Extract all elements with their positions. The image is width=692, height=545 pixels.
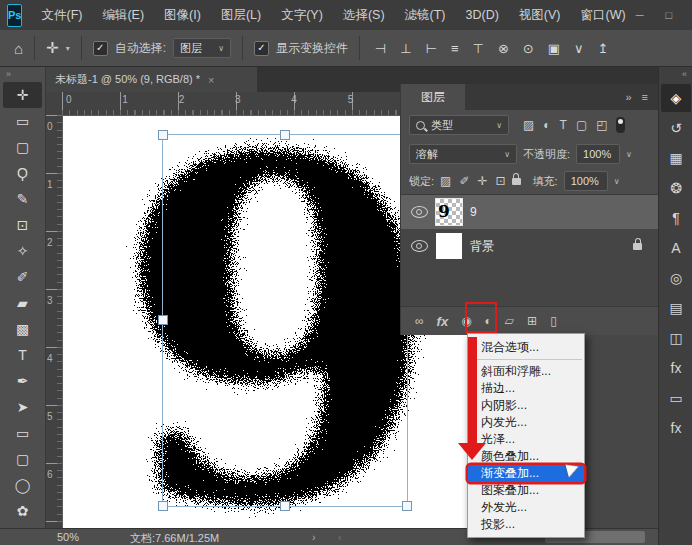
menu-item[interactable]: 文件(F) bbox=[31, 0, 92, 30]
filter-icon[interactable]: ▨ bbox=[523, 118, 534, 132]
filter-type-dropdown[interactable]: 类型 ∨ bbox=[409, 115, 509, 135]
tool-button[interactable]: ◯ bbox=[3, 472, 42, 498]
menu-item-drop-shadow[interactable]: 投影... bbox=[468, 516, 584, 533]
tool-button[interactable]: ▭ bbox=[3, 108, 42, 134]
auto-select-checkbox[interactable]: ✓ bbox=[93, 41, 108, 56]
menu-item[interactable]: 视图(V) bbox=[509, 0, 571, 30]
dock-panel-icon[interactable]: ◫ bbox=[661, 324, 691, 352]
menu-item-pattern-overlay[interactable]: 图案叠加... bbox=[468, 482, 584, 499]
tool-button[interactable]: ▩ bbox=[3, 316, 42, 342]
lock-all-icon[interactable] bbox=[512, 178, 521, 185]
transform-handle-mid-left[interactable] bbox=[158, 315, 168, 325]
zoom-level[interactable]: 50% bbox=[57, 531, 79, 543]
dock-panel-icon[interactable]: ↺ bbox=[661, 114, 691, 142]
menu-item[interactable]: 文字(Y) bbox=[271, 0, 333, 30]
options-icon[interactable]: ↥ bbox=[598, 41, 609, 56]
tool-button[interactable]: ▰ bbox=[3, 290, 42, 316]
tool-button[interactable]: T bbox=[3, 342, 42, 368]
tool-button[interactable]: ✎ bbox=[3, 186, 42, 212]
fill-input[interactable]: 100% bbox=[564, 171, 608, 191]
delete-layer-icon[interactable]: ▯ bbox=[550, 314, 557, 328]
tool-button[interactable]: ✛ bbox=[3, 82, 42, 108]
document-tab[interactable]: 未标题-1 @ 50% (9, RGB/8) * × bbox=[45, 67, 257, 92]
menu-item-blending-options[interactable]: 混合选项... bbox=[468, 339, 584, 356]
dock-panel-icon[interactable]: ❂ bbox=[661, 174, 691, 202]
show-transform-checkbox[interactable]: ✓ bbox=[254, 41, 269, 56]
dock-panel-icon[interactable]: fx bbox=[661, 354, 691, 382]
toolbar-collapse-icon[interactable]: » bbox=[0, 67, 45, 82]
dock-panel-icon[interactable]: fx bbox=[661, 414, 691, 442]
tab-close-icon[interactable]: × bbox=[208, 74, 214, 86]
status-prev-icon[interactable]: ‹ bbox=[338, 531, 342, 543]
dock-panel-icon[interactable]: A bbox=[661, 234, 691, 262]
menu-item[interactable]: 图层(L) bbox=[211, 0, 271, 30]
menu-item-stroke[interactable]: 描边... bbox=[468, 380, 584, 397]
tool-button[interactable]: ✿ bbox=[3, 498, 42, 524]
options-icon[interactable]: ⊤ bbox=[473, 41, 484, 56]
dock-panel-icon[interactable]: ◈ bbox=[661, 84, 691, 112]
menu-item[interactable]: 3D(D) bbox=[456, 0, 509, 30]
tool-button[interactable]: ✧ bbox=[3, 238, 42, 264]
panel-menu-icon[interactable]: ≡ bbox=[642, 91, 648, 103]
options-icon[interactable]: ≡ bbox=[451, 41, 459, 56]
visibility-eye-icon[interactable] bbox=[411, 240, 428, 252]
layer-row-9[interactable]: 9 9 bbox=[401, 195, 658, 229]
menu-item-inner-shadow[interactable]: 内阴影... bbox=[468, 397, 584, 414]
options-icon[interactable]: ⊥ bbox=[400, 41, 411, 56]
transform-handle-bottom-right[interactable] bbox=[402, 501, 412, 511]
tool-button[interactable]: ▭ bbox=[3, 420, 42, 446]
dock-panel-icon[interactable]: ◎ bbox=[661, 264, 691, 292]
menu-item[interactable]: 滤镜(T) bbox=[395, 0, 456, 30]
lock-option-icon[interactable]: ✐ bbox=[459, 174, 469, 188]
filter-icon[interactable]: T bbox=[560, 118, 567, 132]
minimize-icon[interactable]: ─ bbox=[636, 9, 644, 21]
filter-toggle-switch[interactable] bbox=[616, 117, 625, 133]
transform-bounding-box[interactable] bbox=[162, 134, 408, 507]
chevron-down-icon[interactable]: ∨ bbox=[614, 177, 620, 186]
lock-option-icon[interactable]: ⊡ bbox=[496, 174, 506, 188]
transform-handle-top-left[interactable] bbox=[158, 130, 168, 140]
options-icon[interactable]: ⊗ bbox=[498, 41, 509, 56]
tool-button[interactable]: ➤ bbox=[3, 394, 42, 420]
dock-panel-icon[interactable]: ▤ bbox=[661, 294, 691, 322]
filter-icon[interactable]: ◐ bbox=[543, 118, 550, 132]
blend-mode-dropdown[interactable]: 溶解 ∨ bbox=[409, 144, 517, 164]
layer-name[interactable]: 背景 bbox=[470, 238, 494, 255]
layer-row-background[interactable]: 背景 bbox=[401, 229, 658, 263]
layer-thumbnail[interactable] bbox=[436, 233, 462, 259]
new-group-icon[interactable]: ▱ bbox=[505, 314, 514, 328]
home-icon[interactable]: ⌂ bbox=[14, 40, 23, 57]
layer-name[interactable]: 9 bbox=[470, 205, 477, 219]
dock-panel-icon[interactable]: ▭ bbox=[661, 384, 691, 412]
lock-option-icon[interactable]: ✛ bbox=[477, 174, 487, 188]
menu-item-outer-glow[interactable]: 外发光... bbox=[468, 499, 584, 516]
dock-panel-icon[interactable]: ¶ bbox=[661, 204, 691, 232]
visibility-eye-icon[interactable] bbox=[411, 206, 428, 218]
menu-item-inner-glow[interactable]: 内发光... bbox=[468, 414, 584, 431]
filter-icon[interactable]: ◰ bbox=[596, 118, 607, 132]
opacity-input[interactable]: 100% bbox=[576, 144, 620, 164]
tool-button[interactable]: ▢ bbox=[3, 134, 42, 160]
link-layers-icon[interactable]: ∞ bbox=[415, 314, 424, 328]
status-next-icon[interactable]: › bbox=[312, 531, 316, 543]
options-icon[interactable]: ⊢ bbox=[426, 41, 437, 56]
dock-collapse-icon[interactable]: « bbox=[682, 67, 692, 82]
tool-button[interactable]: ▢ bbox=[3, 446, 42, 472]
tool-button[interactable]: ✒ bbox=[3, 368, 42, 394]
menu-item[interactable]: 图像(I) bbox=[154, 0, 211, 30]
panel-collapse-icon[interactable]: » bbox=[625, 91, 631, 103]
layer-thumbnail[interactable]: 9 bbox=[436, 199, 462, 225]
transform-handle-top-center[interactable] bbox=[280, 130, 290, 140]
options-icon[interactable]: ∨ bbox=[574, 41, 584, 56]
menu-item[interactable]: 窗口(W) bbox=[571, 0, 636, 30]
chevron-down-icon[interactable]: ▾ bbox=[66, 44, 70, 53]
options-icon[interactable]: ⊙ bbox=[523, 41, 534, 56]
auto-select-dropdown[interactable]: 图层 ∨ bbox=[173, 38, 231, 58]
menu-item[interactable]: 选择(S) bbox=[333, 0, 395, 30]
move-tool-icon[interactable]: ✛ bbox=[46, 39, 59, 57]
transform-handle-bottom-center[interactable] bbox=[280, 501, 290, 511]
options-icon[interactable]: ⊣ bbox=[375, 41, 386, 56]
layers-tab[interactable]: 图层 bbox=[401, 84, 465, 110]
options-icon[interactable]: ▣ bbox=[548, 41, 560, 56]
tool-button[interactable]: ⊡ bbox=[3, 212, 42, 238]
